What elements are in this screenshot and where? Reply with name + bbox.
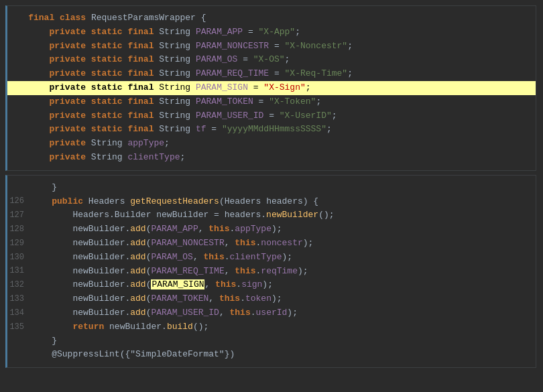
code-line: 134 newBuilder.add(PARAM_USER_ID, this.u… (7, 306, 536, 320)
line-content: public Headers getRequestHeaders(Headers… (31, 195, 529, 209)
line-number: 132 (7, 279, 31, 291)
line-content: newBuilder.add(PARAM_SIGN, this.sign); (31, 278, 529, 292)
code-line: 127 Headers.Builder newBuilder = headers… (7, 208, 536, 222)
code-line: 131 newBuilder.add(PARAM_REQ_TIME, this.… (7, 265, 536, 279)
code-line: private static final String PARAM_USER_I… (7, 109, 536, 123)
line-content: newBuilder.add(PARAM_REQ_TIME, this.reqT… (31, 265, 529, 279)
line-content: } (31, 334, 529, 348)
code-line: private static final String tf = "yyyyMM… (7, 123, 536, 137)
line-content: newBuilder.add(PARAM_USER_ID, this.userI… (31, 306, 529, 320)
line-content: Headers.Builder newBuilder = headers.new… (31, 208, 529, 222)
line-content: newBuilder.add(PARAM_APP, this.appType); (31, 222, 529, 237)
code-line: 132 newBuilder.add(PARAM_SIGN, this.sign… (7, 278, 536, 292)
line-content: return newBuilder.build(); (31, 320, 529, 334)
line-content: private static final String PARAM_NONCES… (7, 40, 529, 54)
code-line: private static final String PARAM_REQ_TI… (7, 67, 536, 81)
line-content: newBuilder.add(PARAM_NONCESTR, this.nonc… (31, 237, 529, 251)
code-line: private static final String PARAM_OS = "… (7, 53, 536, 67)
line-content: private static final String tf = "yyyyMM… (7, 123, 529, 137)
code-line: 133 newBuilder.add(PARAM_TOKEN, this.tok… (7, 292, 536, 306)
code-line: 135 return newBuilder.build(); (7, 320, 536, 334)
line-number: 127 (7, 209, 31, 222)
line-content: newBuilder.add(PARAM_OS, this.clientType… (31, 251, 529, 265)
line-number: 129 (7, 237, 31, 250)
line-number: 135 (7, 321, 31, 334)
line-number: 131 (7, 265, 31, 277)
code-line: private String appType; (7, 137, 536, 151)
line-content: } (31, 181, 529, 195)
line-number: 134 (7, 307, 31, 320)
highlighted-code-line: private static final String PARAM_SIGN =… (7, 81, 536, 95)
line-number: 133 (7, 293, 31, 306)
line-number: 128 (7, 223, 31, 236)
line-number: 130 (7, 251, 31, 264)
bottom-code-panel: } 126 public Headers getRequestHeaders(H… (5, 175, 536, 368)
line-content: private String appType; (7, 137, 529, 151)
line-content: final class RequestParamsWrapper { (7, 11, 529, 25)
code-line: private String clientType; (7, 151, 536, 165)
code-line: private static final String PARAM_APP = … (7, 25, 536, 40)
code-line: 130 newBuilder.add(PARAM_OS, this.client… (7, 251, 536, 265)
line-content: private static final String PARAM_OS = "… (7, 53, 529, 67)
code-line: private static final String PARAM_NONCES… (7, 40, 536, 54)
line-number: 126 (7, 195, 31, 208)
line-content: private static final String PARAM_APP = … (7, 25, 529, 40)
code-line: } (7, 181, 536, 195)
code-line: 128 newBuilder.add(PARAM_APP, this.appTy… (7, 222, 536, 237)
line-content: private static final String PARAM_REQ_TI… (7, 67, 529, 81)
code-line: } (7, 334, 536, 348)
line-content: private static final String PARAM_USER_I… (7, 109, 529, 123)
line-content: private String clientType; (7, 151, 529, 165)
code-panel: final class RequestParamsWrapper { priva… (0, 5, 543, 368)
code-line: private static final String PARAM_TOKEN … (7, 95, 536, 109)
top-code-panel: final class RequestParamsWrapper { priva… (5, 5, 536, 171)
line-content: private static final String PARAM_SIGN =… (7, 81, 529, 95)
code-line: @SuppressLint({"SimpleDateFormat"}) (7, 348, 536, 362)
line-content: private static final String PARAM_TOKEN … (7, 95, 529, 109)
code-line: 129 newBuilder.add(PARAM_NONCESTR, this.… (7, 237, 536, 251)
code-line: 126 public Headers getRequestHeaders(Hea… (7, 195, 536, 209)
line-content: newBuilder.add(PARAM_TOKEN, this.token); (31, 292, 529, 306)
line-content: @SuppressLint({"SimpleDateFormat"}) (31, 348, 529, 362)
code-line: final class RequestParamsWrapper { (7, 11, 536, 25)
